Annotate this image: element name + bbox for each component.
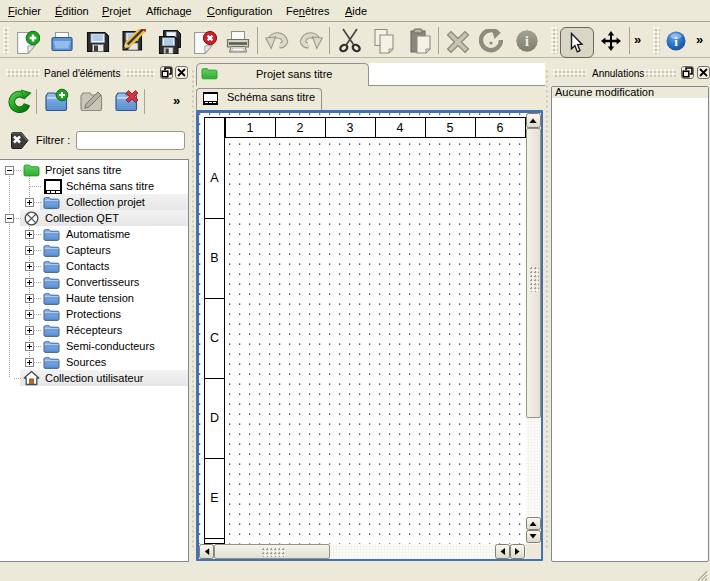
svg-text:i: i [674, 34, 678, 49]
svg-text:i: i [525, 34, 529, 49]
